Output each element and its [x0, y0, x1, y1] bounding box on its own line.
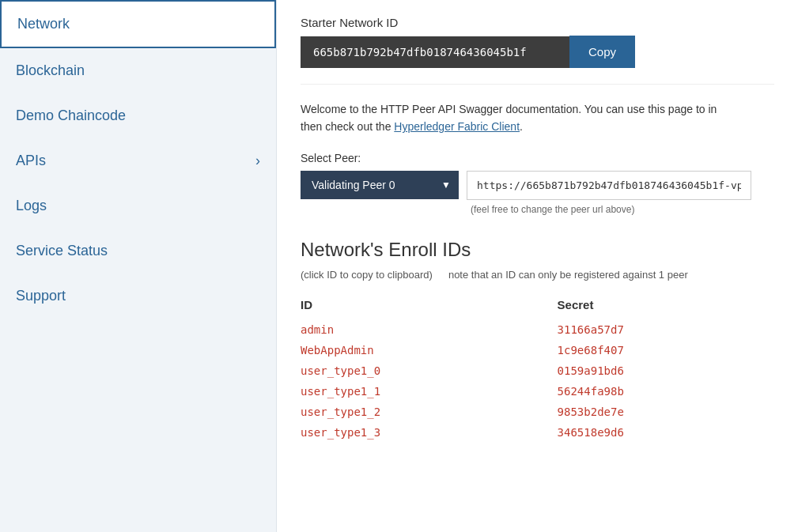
sidebar-item-demo-chaincode[interactable]: Demo Chaincode	[0, 93, 276, 138]
enroll-table-head: ID Secret	[301, 293, 774, 319]
welcome-text-period: .	[520, 120, 523, 133]
table-row: WebAppAdmin1c9e68f407	[301, 340, 774, 360]
sidebar-item-label-demo-chaincode: Demo Chaincode	[16, 108, 126, 124]
enroll-id-cell[interactable]: admin	[301, 319, 558, 340]
sidebar-item-apis[interactable]: APIs›	[0, 138, 276, 183]
sidebar-item-blockchain[interactable]: Blockchain	[0, 48, 276, 93]
welcome-text-before: Welcome to the HTTP Peer API Swagger doc…	[301, 103, 717, 115]
enroll-id-cell[interactable]: user_type1_0	[301, 360, 558, 381]
enroll-secret-cell: 1c9e68f407	[558, 340, 774, 360]
table-row: admin31166a57d7	[301, 319, 774, 340]
enroll-table-body: admin31166a57d7WebAppAdmin1c9e68f407user…	[301, 319, 774, 443]
starter-network-section: Starter Network ID 665b871b792b47dfb0187…	[301, 16, 774, 68]
welcome-text: Welcome to the HTTP Peer API Swagger doc…	[301, 84, 774, 136]
sidebar-item-network[interactable]: Network	[0, 0, 276, 48]
sidebar-item-label-network: Network	[17, 16, 70, 32]
enroll-table: ID Secret admin31166a57d7WebAppAdmin1c9e…	[301, 293, 774, 443]
network-id-display: 665b871b792b47dfb018746436045b1f	[301, 36, 569, 68]
enroll-id-cell[interactable]: user_type1_2	[301, 402, 558, 422]
table-row: user_type1_29853b2de7e	[301, 402, 774, 422]
peer-select-wrapper: Validating Peer 0	[301, 171, 459, 199]
sidebar-item-logs[interactable]: Logs	[0, 183, 276, 228]
table-row: user_type1_3346518e9d6	[301, 422, 774, 443]
peer-note: (feel free to change the peer url above)	[471, 204, 774, 215]
sidebar-item-support[interactable]: Support	[0, 274, 276, 319]
sidebar-item-service-status[interactable]: Service Status	[0, 228, 276, 274]
enroll-id-cell[interactable]: user_type1_1	[301, 381, 558, 402]
table-row: user_type1_156244fa98b	[301, 381, 774, 402]
network-id-row: 665b871b792b47dfb018746436045b1f Copy	[301, 36, 774, 68]
main-content: Starter Network ID 665b871b792b47dfb0187…	[277, 0, 798, 532]
peer-row: Validating Peer 0	[301, 171, 774, 200]
col-id-header: ID	[301, 293, 558, 319]
enroll-id-cell[interactable]: user_type1_3	[301, 422, 558, 443]
enroll-hints: (click ID to copy to clipboard) note tha…	[301, 269, 774, 281]
enroll-secret-cell: 346518e9d6	[558, 422, 774, 443]
enroll-ids-title: Network's Enroll IDs	[301, 239, 774, 261]
table-row: user_type1_00159a91bd6	[301, 360, 774, 381]
col-secret-header: Secret	[558, 293, 774, 319]
enroll-id-cell[interactable]: WebAppAdmin	[301, 340, 558, 360]
sidebar-item-label-apis: APIs	[16, 153, 46, 169]
enroll-secret-cell: 31166a57d7	[558, 319, 774, 340]
sidebar: NetworkBlockchainDemo ChaincodeAPIs›Logs…	[0, 0, 277, 532]
chevron-right-icon: ›	[255, 153, 260, 169]
enroll-ids-section: Network's Enroll IDs (click ID to copy t…	[301, 239, 774, 443]
starter-network-label: Starter Network ID	[301, 16, 774, 29]
sidebar-item-label-blockchain: Blockchain	[16, 62, 85, 79]
enroll-table-header-row: ID Secret	[301, 293, 774, 319]
hyperledger-fabric-client-link[interactable]: Hyperledger Fabric Client	[394, 120, 520, 133]
sidebar-item-label-logs: Logs	[16, 198, 47, 214]
enroll-peer-note: note that an ID can only be registered a…	[448, 269, 688, 281]
enroll-secret-cell: 56244fa98b	[558, 381, 774, 402]
peer-url-input[interactable]	[467, 171, 751, 200]
welcome-text-after: then check out the	[301, 120, 394, 133]
enroll-click-hint: (click ID to copy to clipboard)	[301, 269, 433, 281]
enroll-secret-cell: 9853b2de7e	[558, 402, 774, 422]
select-peer-label: Select Peer:	[301, 152, 774, 164]
sidebar-item-label-support: Support	[16, 288, 66, 304]
enroll-secret-cell: 0159a91bd6	[558, 360, 774, 381]
select-peer-section: Select Peer: Validating Peer 0 (feel fre…	[301, 152, 774, 215]
sidebar-item-label-service-status: Service Status	[16, 243, 108, 259]
peer-select[interactable]: Validating Peer 0	[301, 171, 459, 199]
copy-button[interactable]: Copy	[569, 36, 635, 68]
